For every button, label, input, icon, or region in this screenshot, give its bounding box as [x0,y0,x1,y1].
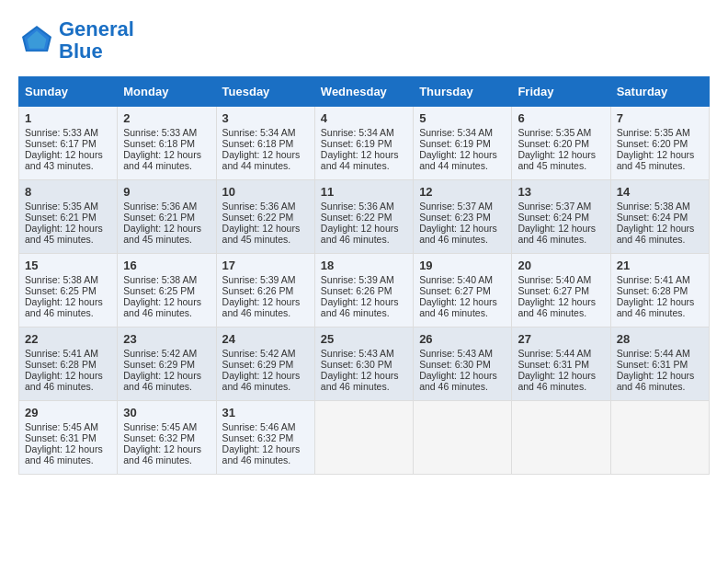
sunrise: Sunrise: 5:39 AM [321,274,394,285]
daylight: Daylight: 12 hours and 46 minutes. [321,223,399,245]
sunrise: Sunrise: 5:38 AM [123,274,197,285]
sunrise: Sunrise: 5:35 AM [25,201,98,212]
day-number: 25 [321,332,407,346]
sunrise: Sunrise: 5:34 AM [419,127,493,138]
week-row: 22 Sunrise: 5:41 AM Sunset: 6:28 PM Dayl… [19,327,710,401]
logo-text: General Blue [59,18,134,63]
day-number: 17 [222,259,309,272]
sunrise: Sunrise: 5:36 AM [123,201,197,212]
day-number: 30 [123,406,210,419]
sunset: Sunset: 6:31 PM [518,359,589,370]
sunrise: Sunrise: 5:39 AM [222,274,296,285]
daylight: Daylight: 12 hours and 46 minutes. [321,370,399,392]
daylight: Daylight: 12 hours and 46 minutes. [518,370,596,392]
sunset: Sunset: 6:21 PM [25,212,97,223]
sunrise: Sunrise: 5:33 AM [123,127,197,138]
calendar-cell: 11 Sunrise: 5:36 AM Sunset: 6:22 PM Dayl… [314,180,413,254]
day-number: 6 [518,111,604,125]
sunset: Sunset: 6:32 PM [222,432,294,443]
sunset: Sunset: 6:27 PM [419,285,491,296]
calendar-cell: 23 Sunrise: 5:42 AM Sunset: 6:29 PM Dayl… [118,327,216,401]
day-number: 10 [222,185,309,199]
week-row: 1 Sunrise: 5:33 AM Sunset: 6:17 PM Dayli… [19,107,710,180]
header-row: Sunday Monday Tuesday Wednesday Thursday… [19,77,710,107]
col-wednesday: Wednesday [314,77,413,107]
calendar-cell: 3 Sunrise: 5:34 AM Sunset: 6:18 PM Dayli… [216,107,314,180]
calendar-cell: 17 Sunrise: 5:39 AM Sunset: 6:26 PM Dayl… [216,254,314,327]
sunset: Sunset: 6:28 PM [617,285,688,296]
calendar-cell: 15 Sunrise: 5:38 AM Sunset: 6:25 PM Dayl… [19,254,118,327]
daylight: Daylight: 12 hours and 44 minutes. [321,149,399,171]
day-number: 31 [222,406,309,419]
col-tuesday: Tuesday [216,77,314,107]
daylight: Daylight: 12 hours and 46 minutes. [123,370,201,392]
col-saturday: Saturday [610,77,709,107]
sunset: Sunset: 6:24 PM [617,212,688,223]
sunset: Sunset: 6:28 PM [25,359,97,370]
calendar-cell [314,401,413,475]
sunset: Sunset: 6:27 PM [518,285,589,296]
day-number: 12 [419,185,506,199]
day-number: 24 [222,332,309,346]
sunrise: Sunrise: 5:35 AM [518,127,591,138]
day-number: 23 [123,332,210,346]
sunset: Sunset: 6:20 PM [617,138,688,149]
sunset: Sunset: 6:19 PM [321,138,392,149]
week-row: 29 Sunrise: 5:45 AM Sunset: 6:31 PM Dayl… [19,401,710,475]
calendar-cell: 10 Sunrise: 5:36 AM Sunset: 6:22 PM Dayl… [216,180,314,254]
daylight: Daylight: 12 hours and 46 minutes. [518,296,596,318]
day-number: 21 [617,259,703,272]
sunset: Sunset: 6:30 PM [321,359,392,370]
daylight: Daylight: 12 hours and 46 minutes. [617,223,695,245]
daylight: Daylight: 12 hours and 46 minutes. [222,370,301,392]
daylight: Daylight: 12 hours and 46 minutes. [123,443,201,465]
sunrise: Sunrise: 5:43 AM [321,348,394,359]
day-number: 27 [518,332,604,346]
sunrise: Sunrise: 5:45 AM [25,421,98,432]
sunrise: Sunrise: 5:42 AM [123,348,197,359]
week-row: 8 Sunrise: 5:35 AM Sunset: 6:21 PM Dayli… [19,180,710,254]
sunset: Sunset: 6:18 PM [222,138,294,149]
sunrise: Sunrise: 5:34 AM [222,127,296,138]
sunset: Sunset: 6:32 PM [123,432,195,443]
daylight: Daylight: 12 hours and 46 minutes. [419,296,497,318]
sunset: Sunset: 6:24 PM [518,212,589,223]
daylight: Daylight: 12 hours and 46 minutes. [617,296,695,318]
calendar-cell: 29 Sunrise: 5:45 AM Sunset: 6:31 PM Dayl… [19,401,118,475]
col-friday: Friday [512,77,610,107]
sunrise: Sunrise: 5:42 AM [222,348,296,359]
sunrise: Sunrise: 5:37 AM [518,201,591,212]
sunset: Sunset: 6:20 PM [518,138,589,149]
col-monday: Monday [118,77,216,107]
sunset: Sunset: 6:30 PM [419,359,491,370]
day-number: 8 [25,185,111,199]
daylight: Daylight: 12 hours and 46 minutes. [222,443,301,465]
calendar-cell: 5 Sunrise: 5:34 AM Sunset: 6:19 PM Dayli… [414,107,512,180]
calendar-cell: 8 Sunrise: 5:35 AM Sunset: 6:21 PM Dayli… [19,180,118,254]
sunrise: Sunrise: 5:34 AM [321,127,394,138]
daylight: Daylight: 12 hours and 44 minutes. [419,149,497,171]
page-header: General Blue [18,18,710,63]
daylight: Daylight: 12 hours and 44 minutes. [222,149,301,171]
day-number: 7 [617,111,703,125]
sunrise: Sunrise: 5:38 AM [25,274,98,285]
daylight: Daylight: 12 hours and 46 minutes. [222,296,301,318]
calendar-cell: 2 Sunrise: 5:33 AM Sunset: 6:18 PM Dayli… [118,107,216,180]
day-number: 9 [123,185,210,199]
sunrise: Sunrise: 5:41 AM [25,348,98,359]
sunrise: Sunrise: 5:46 AM [222,421,296,432]
day-number: 28 [617,332,703,346]
daylight: Daylight: 12 hours and 45 minutes. [25,223,103,245]
calendar-cell [512,401,610,475]
calendar-cell: 22 Sunrise: 5:41 AM Sunset: 6:28 PM Dayl… [19,327,118,401]
calendar-cell [414,401,512,475]
sunrise: Sunrise: 5:37 AM [419,201,493,212]
day-number: 16 [123,259,210,272]
sunset: Sunset: 6:26 PM [222,285,294,296]
sunrise: Sunrise: 5:44 AM [617,348,690,359]
logo: General Blue [18,18,134,63]
sunrise: Sunrise: 5:36 AM [321,201,394,212]
sunset: Sunset: 6:21 PM [123,212,195,223]
day-number: 22 [25,332,111,346]
daylight: Daylight: 12 hours and 46 minutes. [419,370,497,392]
